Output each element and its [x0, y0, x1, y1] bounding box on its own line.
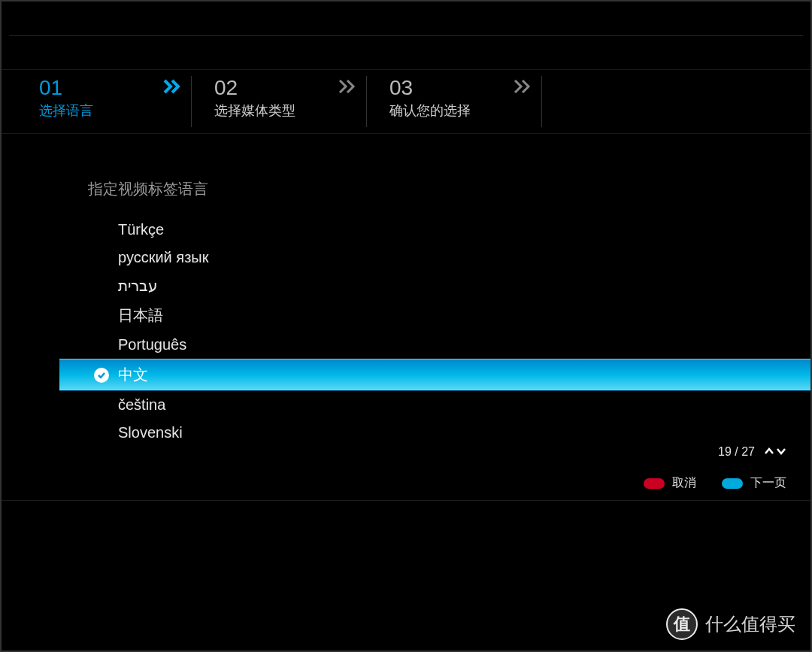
language-option-hebrew[interactable]: עברית	[88, 271, 810, 300]
language-option-slovenian[interactable]: Slovenski	[88, 419, 810, 447]
step-divider	[541, 76, 542, 127]
cancel-button[interactable]: 取消	[644, 475, 696, 491]
watermark-text: 什么值得买	[705, 612, 795, 636]
window-top-border	[9, 9, 803, 36]
pagination: 19 / 27	[644, 445, 786, 459]
step-3[interactable]: 03 确认您的选择	[367, 70, 542, 133]
chevron-right-icon	[514, 77, 535, 99]
step-2-number: 02	[214, 76, 344, 100]
language-label: 中文	[118, 366, 148, 383]
language-option-czech[interactable]: čeština	[88, 391, 810, 419]
step-1-number: 01	[39, 76, 169, 100]
page-down-button[interactable]	[776, 445, 786, 459]
language-option-russian[interactable]: русский язык	[88, 244, 810, 271]
wizard-steps: 01 选择语言 02 选择媒体类型 03 确认您的选择	[2, 69, 810, 134]
language-option-chinese[interactable]: 中文	[59, 359, 812, 391]
red-pill-icon	[644, 478, 665, 489]
watermark-logo-icon: 值	[666, 608, 698, 640]
next-button[interactable]: 下一页	[722, 475, 786, 491]
step-3-number: 03	[389, 76, 520, 100]
step-1-label: 选择语言	[39, 102, 169, 120]
language-option-turkce[interactable]: Türkçe	[88, 216, 810, 244]
next-label: 下一页	[750, 475, 786, 491]
bottom-glow	[2, 500, 810, 605]
watermark: 值 什么值得买	[666, 608, 795, 640]
content-heading: 指定视频标签语言	[88, 179, 810, 199]
language-list: Türkçe русский язык עברית 日本語 Português …	[88, 216, 810, 447]
step-2-label: 选择媒体类型	[214, 102, 344, 120]
chevron-right-icon	[338, 77, 359, 99]
action-buttons: 取消 下一页	[644, 475, 786, 491]
page-up-button[interactable]	[764, 445, 774, 459]
content-area: 指定视频标签语言 Türkçe русский язык עברית 日本語 P…	[2, 134, 810, 447]
page-count: 19 / 27	[718, 445, 755, 459]
step-1[interactable]: 01 选择语言	[17, 70, 192, 133]
check-circle-icon	[94, 368, 109, 383]
chevron-right-icon	[163, 77, 184, 99]
language-option-portuguese[interactable]: Português	[88, 331, 810, 359]
blue-pill-icon	[722, 478, 743, 489]
language-option-japanese[interactable]: 日本語	[88, 300, 810, 331]
step-2[interactable]: 02 选择媒体类型	[192, 70, 367, 133]
footer-controls: 19 / 27 取消 下一页	[644, 445, 786, 491]
cancel-label: 取消	[672, 475, 696, 491]
step-3-label: 确认您的选择	[389, 102, 520, 120]
